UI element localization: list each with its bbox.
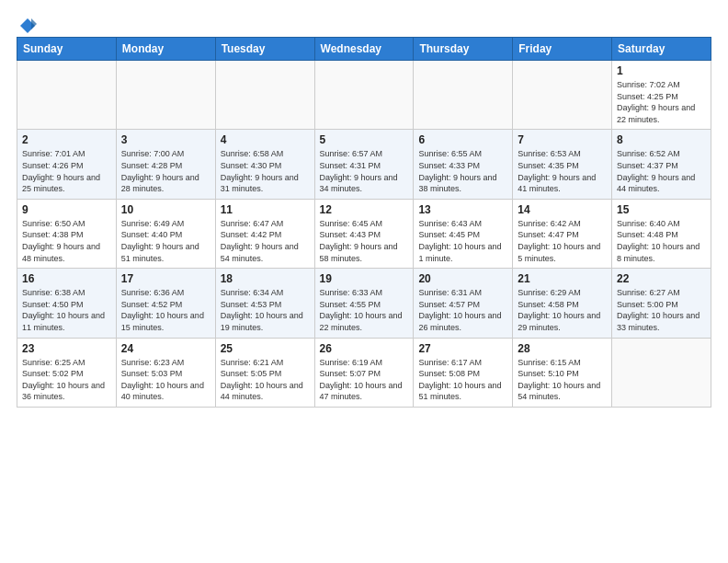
calendar-cell: 27Sunrise: 6:17 AM Sunset: 5:08 PM Dayli… — [414, 338, 513, 407]
calendar-cell: 2Sunrise: 7:01 AM Sunset: 4:26 PM Daylig… — [17, 130, 117, 199]
calendar-cell: 10Sunrise: 6:49 AM Sunset: 4:40 PM Dayli… — [116, 199, 215, 268]
calendar-cell: 9Sunrise: 6:50 AM Sunset: 4:38 PM Daylig… — [17, 199, 117, 268]
day-info: Sunrise: 6:58 AM Sunset: 4:30 PM Dayligh… — [221, 148, 310, 194]
weekday-header: Sunday — [17, 38, 117, 61]
calendar-cell — [414, 61, 513, 130]
calendar-cell: 13Sunrise: 6:43 AM Sunset: 4:45 PM Dayli… — [414, 199, 513, 268]
day-info: Sunrise: 6:21 AM Sunset: 5:05 PM Dayligh… — [221, 357, 310, 403]
day-number: 13 — [418, 203, 507, 216]
day-info: Sunrise: 6:15 AM Sunset: 5:10 PM Dayligh… — [518, 357, 607, 403]
day-info: Sunrise: 6:55 AM Sunset: 4:33 PM Dayligh… — [418, 148, 507, 194]
day-info: Sunrise: 6:33 AM Sunset: 4:55 PM Dayligh… — [320, 287, 409, 333]
day-number: 23 — [22, 342, 111, 355]
day-number: 1 — [617, 64, 706, 77]
day-info: Sunrise: 6:53 AM Sunset: 4:35 PM Dayligh… — [518, 148, 607, 194]
day-number: 22 — [617, 272, 706, 285]
header — [17, 17, 711, 31]
calendar-cell: 22Sunrise: 6:27 AM Sunset: 5:00 PM Dayli… — [612, 269, 711, 338]
calendar-cell: 14Sunrise: 6:42 AM Sunset: 4:47 PM Dayli… — [513, 199, 612, 268]
day-number: 24 — [121, 342, 210, 355]
day-info: Sunrise: 6:19 AM Sunset: 5:07 PM Dayligh… — [320, 357, 409, 403]
calendar-cell: 24Sunrise: 6:23 AM Sunset: 5:03 PM Dayli… — [116, 338, 215, 407]
calendar-cell — [116, 61, 215, 130]
day-number: 16 — [22, 272, 111, 285]
calendar-cell: 28Sunrise: 6:15 AM Sunset: 5:10 PM Dayli… — [513, 338, 612, 407]
day-info: Sunrise: 6:57 AM Sunset: 4:31 PM Dayligh… — [320, 148, 409, 194]
day-info: Sunrise: 6:31 AM Sunset: 4:57 PM Dayligh… — [418, 287, 507, 333]
calendar-cell — [612, 338, 711, 407]
calendar-cell — [314, 61, 414, 130]
day-number: 7 — [518, 133, 607, 146]
weekday-header: Friday — [513, 38, 612, 61]
calendar-cell: 18Sunrise: 6:34 AM Sunset: 4:53 PM Dayli… — [215, 269, 314, 338]
logo-icon — [18, 17, 37, 35]
day-info: Sunrise: 6:50 AM Sunset: 4:38 PM Dayligh… — [22, 218, 111, 264]
day-info: Sunrise: 7:01 AM Sunset: 4:26 PM Dayligh… — [22, 148, 111, 194]
day-number: 2 — [22, 133, 111, 146]
calendar-table: SundayMondayTuesdayWednesdayThursdayFrid… — [17, 37, 711, 408]
day-number: 12 — [320, 203, 409, 216]
day-number: 4 — [221, 133, 310, 146]
weekday-header: Monday — [116, 38, 215, 61]
calendar-cell: 11Sunrise: 6:47 AM Sunset: 4:42 PM Dayli… — [215, 199, 314, 268]
weekday-header: Thursday — [414, 38, 513, 61]
day-info: Sunrise: 6:27 AM Sunset: 5:00 PM Dayligh… — [617, 287, 706, 333]
calendar-cell: 4Sunrise: 6:58 AM Sunset: 4:30 PM Daylig… — [215, 130, 314, 199]
day-number: 26 — [320, 342, 409, 355]
calendar-cell: 12Sunrise: 6:45 AM Sunset: 4:43 PM Dayli… — [314, 199, 414, 268]
day-info: Sunrise: 6:40 AM Sunset: 4:48 PM Dayligh… — [617, 218, 706, 264]
day-number: 25 — [221, 342, 310, 355]
day-number: 3 — [121, 133, 210, 146]
day-number: 5 — [320, 133, 409, 146]
day-number: 21 — [518, 272, 607, 285]
day-number: 11 — [221, 203, 310, 216]
day-info: Sunrise: 6:42 AM Sunset: 4:47 PM Dayligh… — [518, 218, 607, 264]
day-info: Sunrise: 6:38 AM Sunset: 4:50 PM Dayligh… — [22, 287, 111, 333]
day-info: Sunrise: 6:17 AM Sunset: 5:08 PM Dayligh… — [418, 357, 507, 403]
day-info: Sunrise: 7:00 AM Sunset: 4:28 PM Dayligh… — [121, 148, 210, 194]
calendar-cell: 26Sunrise: 6:19 AM Sunset: 5:07 PM Dayli… — [314, 338, 414, 407]
day-number: 6 — [418, 133, 507, 146]
calendar-cell: 16Sunrise: 6:38 AM Sunset: 4:50 PM Dayli… — [17, 269, 117, 338]
day-info: Sunrise: 6:29 AM Sunset: 4:58 PM Dayligh… — [518, 287, 607, 333]
day-info: Sunrise: 6:49 AM Sunset: 4:40 PM Dayligh… — [121, 218, 210, 264]
calendar-cell: 17Sunrise: 6:36 AM Sunset: 4:52 PM Dayli… — [116, 269, 215, 338]
day-number: 9 — [22, 203, 111, 216]
day-number: 19 — [320, 272, 409, 285]
day-info: Sunrise: 6:43 AM Sunset: 4:45 PM Dayligh… — [418, 218, 507, 264]
page: SundayMondayTuesdayWednesdayThursdayFrid… — [0, 0, 728, 417]
weekday-header: Tuesday — [215, 38, 314, 61]
day-info: Sunrise: 6:47 AM Sunset: 4:42 PM Dayligh… — [221, 218, 310, 264]
calendar-cell: 3Sunrise: 7:00 AM Sunset: 4:28 PM Daylig… — [116, 130, 215, 199]
day-info: Sunrise: 6:36 AM Sunset: 4:52 PM Dayligh… — [121, 287, 210, 333]
day-info: Sunrise: 7:02 AM Sunset: 4:25 PM Dayligh… — [617, 79, 706, 125]
calendar-cell: 15Sunrise: 6:40 AM Sunset: 4:48 PM Dayli… — [612, 199, 711, 268]
day-number: 18 — [221, 272, 310, 285]
day-number: 20 — [418, 272, 507, 285]
calendar-cell: 19Sunrise: 6:33 AM Sunset: 4:55 PM Dayli… — [314, 269, 414, 338]
day-info: Sunrise: 6:34 AM Sunset: 4:53 PM Dayligh… — [221, 287, 310, 333]
day-info: Sunrise: 6:25 AM Sunset: 5:02 PM Dayligh… — [22, 357, 111, 403]
day-info: Sunrise: 6:23 AM Sunset: 5:03 PM Dayligh… — [121, 357, 210, 403]
day-number: 28 — [518, 342, 607, 355]
calendar-cell: 23Sunrise: 6:25 AM Sunset: 5:02 PM Dayli… — [17, 338, 117, 407]
calendar-cell: 8Sunrise: 6:52 AM Sunset: 4:37 PM Daylig… — [612, 130, 711, 199]
calendar-cell — [215, 61, 314, 130]
weekday-header: Saturday — [612, 38, 711, 61]
calendar-cell: 25Sunrise: 6:21 AM Sunset: 5:05 PM Dayli… — [215, 338, 314, 407]
logo — [17, 17, 39, 31]
calendar-cell: 6Sunrise: 6:55 AM Sunset: 4:33 PM Daylig… — [414, 130, 513, 199]
calendar-cell — [17, 61, 117, 130]
day-info: Sunrise: 6:52 AM Sunset: 4:37 PM Dayligh… — [617, 148, 706, 194]
day-number: 27 — [418, 342, 507, 355]
day-number: 14 — [518, 203, 607, 216]
calendar-cell: 20Sunrise: 6:31 AM Sunset: 4:57 PM Dayli… — [414, 269, 513, 338]
calendar-cell: 5Sunrise: 6:57 AM Sunset: 4:31 PM Daylig… — [314, 130, 414, 199]
day-info: Sunrise: 6:45 AM Sunset: 4:43 PM Dayligh… — [320, 218, 409, 264]
calendar-cell — [513, 61, 612, 130]
calendar-cell: 7Sunrise: 6:53 AM Sunset: 4:35 PM Daylig… — [513, 130, 612, 199]
calendar-cell: 1Sunrise: 7:02 AM Sunset: 4:25 PM Daylig… — [612, 61, 711, 130]
calendar-cell: 21Sunrise: 6:29 AM Sunset: 4:58 PM Dayli… — [513, 269, 612, 338]
day-number: 17 — [121, 272, 210, 285]
svg-marker-1 — [31, 18, 37, 29]
